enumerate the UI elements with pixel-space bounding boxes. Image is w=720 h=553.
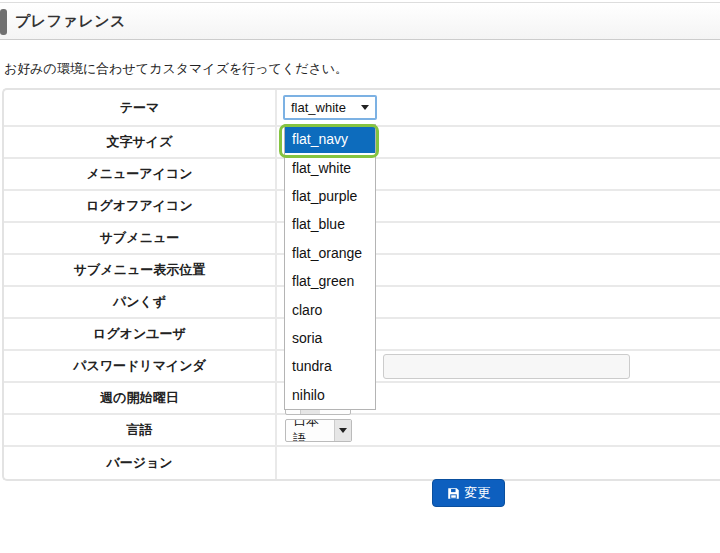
dropdown-option-flat-green[interactable]: flat_green: [285, 267, 375, 295]
row-label-menu-icon: メニューアイコン: [4, 159, 277, 189]
password-reminder-input[interactable]: [383, 354, 630, 379]
language-arrow-box: [334, 420, 351, 441]
dropdown-option-nihilo[interactable]: nihilo: [285, 381, 375, 409]
row-label-font-size: 文字サイズ: [4, 127, 277, 157]
page-header: プレファレンス: [0, 2, 720, 40]
row-label-theme: テーマ: [4, 90, 277, 125]
header-accent-bar: [0, 9, 7, 35]
dropdown-option-tundra[interactable]: tundra: [285, 352, 375, 380]
dropdown-option-claro[interactable]: claro: [285, 295, 375, 323]
theme-select-value: flat_white: [285, 100, 361, 115]
language-select-value: 日本語: [286, 420, 334, 441]
chevron-down-icon: [339, 428, 347, 433]
page-title: プレファレンス: [15, 12, 126, 31]
row-value-theme: flat_white: [277, 90, 720, 125]
table-row-version: バージョン: [4, 447, 720, 479]
preferences-page: プレファレンス お好みの環境に合わせてカスタマイズを行ってください。 テーマ f…: [0, 0, 720, 553]
row-label-language: 言語: [4, 415, 277, 445]
dropdown-option-flat-navy[interactable]: flat_navy: [285, 125, 375, 153]
language-select[interactable]: 日本語: [285, 419, 352, 442]
page-description: お好みの環境に合わせてカスタマイズを行ってください。: [4, 60, 348, 78]
dropdown-option-flat-purple[interactable]: flat_purple: [285, 182, 375, 210]
theme-dropdown-list: flat_navy flat_white flat_purple flat_bl…: [284, 124, 376, 410]
dropdown-option-soria[interactable]: soria: [285, 324, 375, 352]
dropdown-option-flat-orange[interactable]: flat_orange: [285, 239, 375, 267]
row-label-logoff-icon: ログオフアイコン: [4, 191, 277, 221]
row-label-week-start: 週の開始曜日: [4, 383, 277, 413]
table-row-language: 言語 日本語: [4, 415, 720, 447]
save-changes-button[interactable]: 変更: [432, 479, 505, 507]
save-icon: [447, 487, 460, 500]
row-label-submenu: サブメニュー: [4, 223, 277, 253]
row-label-password-reminder: パスワードリマインダ: [4, 351, 277, 381]
dropdown-option-flat-white[interactable]: flat_white: [285, 153, 375, 181]
save-button-label: 変更: [465, 484, 491, 502]
table-row-theme: テーマ flat_white: [4, 90, 720, 127]
row-label-logon-user: ログオンユーザ: [4, 319, 277, 349]
theme-select[interactable]: flat_white: [283, 95, 377, 120]
dropdown-option-flat-blue[interactable]: flat_blue: [285, 210, 375, 238]
row-label-version: バージョン: [4, 447, 277, 479]
row-label-breadcrumb: パンくず: [4, 287, 277, 317]
chevron-down-icon: [361, 105, 369, 110]
row-label-submenu-position: サブメニュー表示位置: [4, 255, 277, 285]
